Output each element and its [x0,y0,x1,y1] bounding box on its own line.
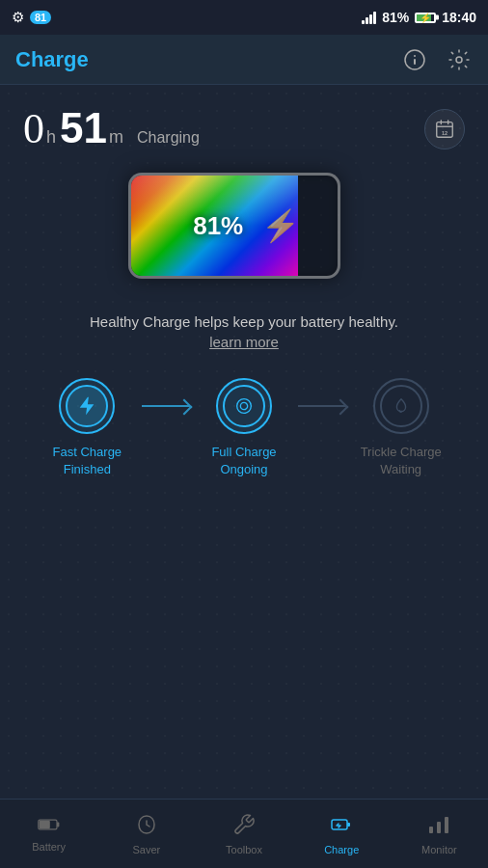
usb-status-icon: ⚙ [12,9,24,26]
info-button[interactable] [401,46,428,73]
calendar-button[interactable]: 12 [424,109,465,149]
signal-icon [362,11,376,24]
step-trickle-charge: Trickle Charge Waiting [346,378,455,478]
app-bar: Charge [0,35,488,85]
svg-point-11 [237,398,252,413]
step-fast-charge: Fast Charge Finished [33,378,142,478]
timer-section: 0 h 51 m Charging 12 [23,104,465,153]
app-bar-actions [401,46,473,73]
healthy-charge-text: Healthy Charge helps keep your battery h… [23,312,465,334]
charging-status: Charging [137,129,200,147]
step-full-charge-label: Full Charge Ongoing [211,444,276,478]
step-fast-charge-circle [59,378,115,434]
monitor-nav-icon [427,813,450,840]
svg-point-12 [240,402,247,409]
charge-steps: Fast Charge Finished Full Charge Ongoing [23,378,465,478]
svg-rect-19 [437,822,441,833]
battery-percent-status: 81% [382,10,409,25]
saver-nav-label: Saver [132,844,160,855]
svg-rect-18 [429,827,433,833]
status-right: 81% ⚡ 18:40 [362,10,476,25]
nav-saver[interactable]: Saver [97,800,195,868]
bottom-nav: Battery Saver Toolbox Charge [0,799,488,868]
full-charge-icon [223,385,265,427]
timer-minutes: 51 [60,104,107,152]
main-content: 0 h 51 m Charging 12 81% ⚡ [0,85,488,799]
saver-nav-icon [135,813,158,840]
nav-toolbox[interactable]: Toolbox [195,800,292,868]
step-trickle-charge-circle [373,378,429,434]
battery-nav-icon [38,816,61,837]
battery-terminal [339,208,340,243]
toolbox-nav-icon [232,813,256,840]
step-full-charge-circle [216,378,272,434]
battery-lightning-icon: ⚡ [261,207,300,244]
step-fast-charge-label: Fast Charge Finished [53,444,122,478]
learn-more-link[interactable]: learn more [209,334,279,350]
status-left: ⚙ 81 [12,9,51,26]
time-display: 18:40 [442,10,476,25]
minutes-label: m [109,127,123,148]
step-connector-2 [298,405,346,407]
app-title: Charge [15,47,89,72]
svg-point-3 [456,57,462,63]
svg-rect-17 [347,823,350,827]
svg-point-1 [414,55,416,57]
settings-button[interactable] [446,46,473,73]
svg-rect-15 [57,822,59,827]
nav-battery[interactable]: Battery [0,800,97,868]
status-bar: ⚙ 81 81% ⚡ 18:40 [0,0,488,35]
fast-charge-icon [66,385,108,427]
battery-visual-section: 81% ⚡ USB [23,173,465,288]
charge-nav-icon [330,813,353,840]
nav-monitor[interactable]: Monitor [391,800,488,868]
monitor-nav-label: Monitor [421,844,457,855]
step-full-charge: Full Charge Ongoing [190,378,299,478]
battery-status-bar: ⚡ [415,13,436,23]
svg-rect-20 [445,817,448,833]
timer-display: 0 h 51 m Charging [23,104,200,153]
svg-text:12: 12 [442,129,447,135]
battery-graphic: 81% ⚡ [128,173,360,288]
info-section: Healthy Charge helps keep your battery h… [23,312,465,351]
notification-badge: 81 [30,11,51,24]
charge-nav-label: Charge [324,844,359,855]
battery-nav-label: Battery [32,841,66,853]
battery-percent-display: 81% [193,211,243,241]
svg-rect-16 [332,820,347,829]
charge-bolt-icon: ⚡ [420,13,431,23]
nav-charge[interactable]: Charge [293,800,391,868]
trickle-charge-icon [380,385,422,427]
timer-hours: 0 [23,104,44,153]
battery-outer: 81% ⚡ [128,173,340,279]
step-trickle-charge-label: Trickle Charge Waiting [361,444,442,478]
svg-rect-14 [39,821,49,828]
toolbox-nav-label: Toolbox [226,844,262,855]
step-connector-1 [142,405,190,407]
hours-label: h [46,127,56,148]
svg-rect-2 [414,59,416,65]
